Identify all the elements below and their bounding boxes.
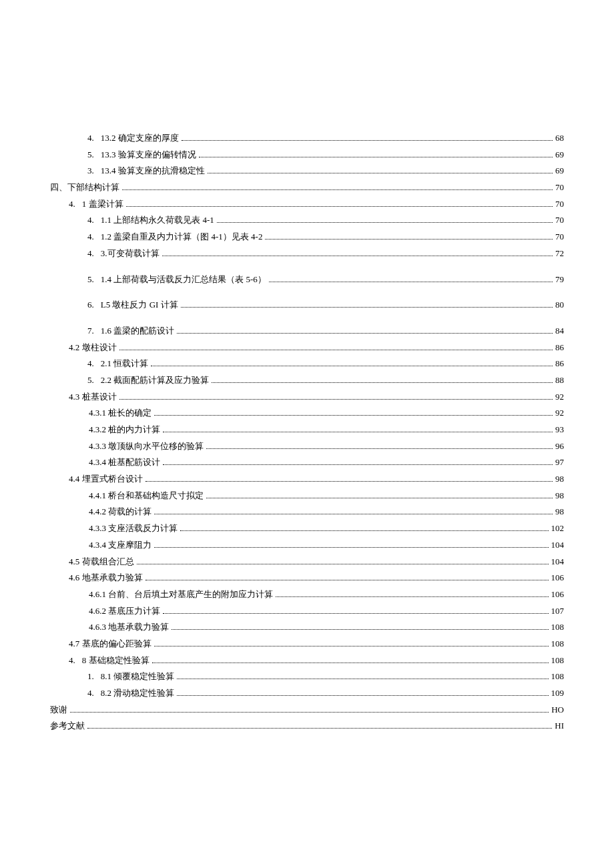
- toc-entry-left: 4.8 基础稳定性验算: [69, 653, 149, 669]
- toc-entry-left: 4.6.1 台前、台后填土对基底产生的附加应力计算: [89, 586, 273, 603]
- toc-entry-page: 86: [555, 340, 564, 356]
- toc-entry: 4.6 地基承载力验算106: [50, 570, 564, 586]
- toc-entry-page: 98: [555, 488, 564, 504]
- toc-leader-dots: [162, 250, 553, 256]
- toc-entry-label: 致谢: [50, 702, 67, 719]
- toc-entry-label: 参考文献: [50, 718, 85, 735]
- toc-entry-label: 4.3.4 桩基配筋设计: [89, 454, 160, 471]
- toc-entry-label: 4.4.2 荷载的计算: [89, 504, 151, 520]
- toc-entry-left: 4.3.可变荷载计算: [87, 246, 160, 262]
- toc-entry-page: 69: [555, 147, 564, 163]
- toc-entry-left: 4.7 基底的偏心距验算: [69, 636, 151, 653]
- toc-entry-label: 1.4 上部荷载与活载反力汇总结果（表 5-6）: [101, 272, 266, 288]
- toc-entry-number: 5.: [87, 147, 101, 163]
- toc-entry-number: 4.: [87, 356, 101, 372]
- toc-entry-left: 4.3.3 墩顶纵向水平位移的验算: [89, 438, 204, 455]
- toc-leader-dots: [206, 443, 553, 449]
- toc-entry-number: 4.: [87, 229, 101, 246]
- toc-leader-dots: [163, 426, 553, 432]
- toc-entry-page: 104: [551, 554, 565, 570]
- toc-entry-number: 4.: [69, 653, 82, 669]
- toc-leader-dots: [87, 723, 552, 729]
- toc-entry-label: 4.6.3 地基承载力验算: [89, 619, 169, 636]
- toc-entry-page: 96: [555, 438, 564, 455]
- toc-entry: 致谢HO: [50, 702, 564, 719]
- toc-entry-label: 4.4 埋置式桥台设计: [69, 471, 143, 488]
- toc-entry-label: 4.3.3 墩顶纵向水平位移的验算: [89, 438, 204, 455]
- toc-entry-left: 四、下部结构计算: [50, 179, 119, 196]
- toc-leader-dots: [217, 217, 553, 223]
- toc-leader-dots: [145, 574, 549, 580]
- toc-entry-label: 1 盖梁计算: [82, 196, 123, 213]
- toc-entry-label: 3.可变荷载计算: [101, 246, 160, 262]
- toc-entry-left: 4.3.1 桩长的确定: [89, 405, 151, 422]
- toc-entry: 5.2.2 截面配筋计算及应力验算88: [50, 372, 564, 389]
- toc-entry-page: 108: [551, 653, 565, 669]
- toc-entry: 4.7 基底的偏心距验算108: [50, 636, 564, 653]
- toc-entry-number: 1.: [87, 669, 101, 685]
- toc-entry: 4.3.4 支座摩阻力104: [50, 537, 564, 554]
- toc-entry: 4.3 桩基设计92: [50, 389, 564, 406]
- toc-entry-number: 4.: [87, 130, 101, 147]
- toc-entry-left: 4.6 地基承载力验算: [69, 570, 143, 586]
- toc-entry-number: 3.: [87, 163, 101, 179]
- toc-entry-left: 4.3.4 支座摩阻力: [89, 537, 151, 554]
- toc-leader-dots: [119, 394, 553, 400]
- toc-entry-page: 68: [555, 130, 564, 147]
- toc-leader-dots: [177, 328, 553, 334]
- toc-leader-dots: [122, 184, 553, 190]
- toc-entry: 4.3.3 支座活载反力计算102: [50, 520, 564, 537]
- toc-entry-page: 72: [555, 246, 564, 262]
- toc-entry-page: 106: [551, 586, 565, 603]
- toc-leader-dots: [119, 344, 553, 350]
- toc-entry-left: 6.L5 墩柱反力 GI 计算: [87, 297, 178, 314]
- toc-entry: 4.6.3 地基承载力验算108: [50, 619, 564, 636]
- toc-entry-left: 5.2.2 截面配筋计算及应力验算: [87, 372, 209, 389]
- toc-entry: 4.4.1 桥台和基础构造尺寸拟定98: [50, 488, 564, 504]
- toc-entry: 4.4 埋置式桥台设计98: [50, 471, 564, 488]
- toc-entry-page: 70: [555, 196, 564, 213]
- toc-entry-page: 107: [551, 603, 565, 620]
- toc-entry-page: 108: [551, 669, 565, 685]
- toc-entry: 4.1 盖梁计算70: [50, 196, 564, 213]
- toc-entry-label: 13.2 确定支座的厚度: [101, 130, 179, 147]
- toc-entry: 4.4.2 荷载的计算98: [50, 504, 564, 520]
- toc-entry-label: 4.6.1 台前、台后填土对基底产生的附加应力计算: [89, 586, 273, 603]
- toc-entry: 1.8.1 倾覆稳定性验算108: [50, 669, 564, 685]
- toc-entry-label: 1.6 盖梁的配筋设计: [101, 323, 175, 340]
- toc-entry-label: L5 墩柱反力 GI 计算: [101, 297, 178, 314]
- toc-entry-left: 1.8.1 倾覆稳定性验算: [87, 669, 174, 685]
- toc-entry-left: 5.1.4 上部荷载与活载反力汇总结果（表 5-6）: [87, 272, 266, 288]
- toc-entry-label: 4.6 地基承载力验算: [69, 570, 143, 586]
- toc-entry: 6.L5 墩柱反力 GI 计算80: [50, 297, 564, 314]
- toc-entry-left: 3.13.4 验算支座的抗滑稳定性: [87, 163, 205, 179]
- toc-entry-label: 1.2 盖梁自重及内力计算（图 4-1）见表 4-2: [101, 229, 263, 246]
- toc-entry: 4.3.1 桩长的确定92: [50, 405, 564, 422]
- toc-entry: 4.5 荷载组合汇总104: [50, 554, 564, 570]
- toc-entry-page: HI: [555, 718, 564, 735]
- toc-entry-left: 4.1.2 盖梁自重及内力计算（图 4-1）见表 4-2: [87, 229, 262, 246]
- toc-leader-dots: [163, 459, 553, 465]
- toc-entry-page: 80: [555, 297, 564, 314]
- toc-leader-dots: [177, 690, 548, 696]
- toc-entry-left: 4.8.2 滑动稳定性验算: [87, 685, 174, 702]
- toc-entry-page: 84: [555, 323, 564, 340]
- toc-entry: 4.6.2 基底压力计算107: [50, 603, 564, 620]
- toc-entry: 4.3.可变荷载计算72: [50, 246, 564, 262]
- toc-entry-label: 4.5 荷载组合汇总: [69, 554, 134, 570]
- toc-entry-label: 4.3.3 支座活载反力计算: [89, 520, 178, 537]
- toc-entry-page: 106: [551, 570, 565, 586]
- toc-entry: 4.6.1 台前、台后填土对基底产生的附加应力计算106: [50, 586, 564, 603]
- toc-entry: 4.3.4 桩基配筋设计97: [50, 454, 564, 471]
- toc-entry-page: 93: [555, 422, 564, 438]
- toc-entry-left: 4.3.4 桩基配筋设计: [89, 454, 160, 471]
- toc-entry: 4.8 基础稳定性验算108: [50, 653, 564, 669]
- toc-entry-number: 5.: [87, 372, 101, 389]
- toc-leader-dots: [199, 151, 553, 157]
- toc-entry-label: 13.4 验算支座的抗滑稳定性: [101, 163, 205, 179]
- toc-entry-page: 79: [555, 272, 564, 288]
- toc-leader-dots: [154, 410, 553, 416]
- toc-entry-left: 4.6.2 基底压力计算: [89, 603, 160, 620]
- toc-entry-left: 4.3.3 支座活载反力计算: [89, 520, 178, 537]
- toc-leader-dots: [154, 640, 549, 646]
